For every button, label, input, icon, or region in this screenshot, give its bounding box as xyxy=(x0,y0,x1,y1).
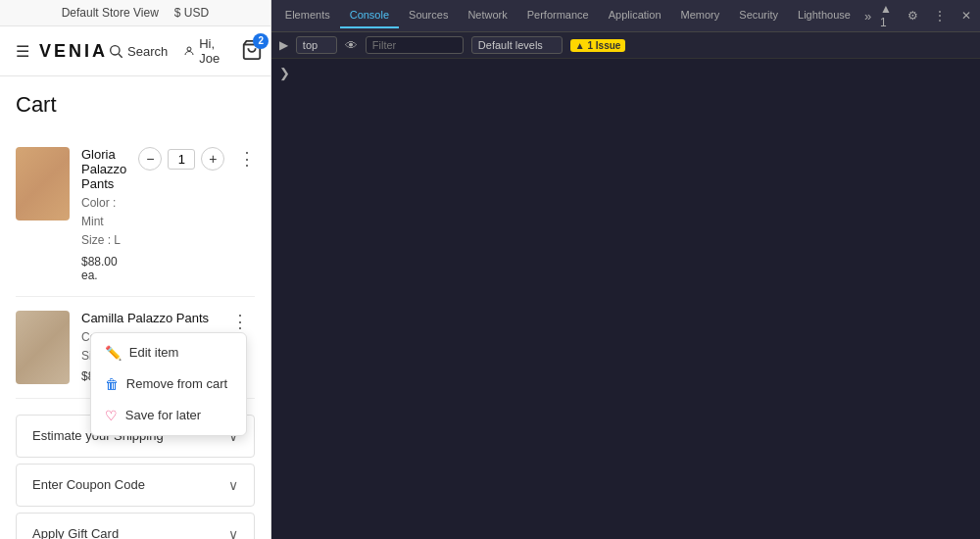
devtools-tab-network[interactable]: Network xyxy=(458,3,516,28)
accordion-gift-card-label: Apply Gift Card xyxy=(32,526,119,539)
store-main: Cart Gloria Palazzo Pants Color : Mint S… xyxy=(0,76,270,539)
item-more-btn-1[interactable]: ⋮ xyxy=(232,148,262,170)
devtools-console-arrow[interactable]: ❯ xyxy=(279,66,290,80)
svg-line-1 xyxy=(119,54,122,58)
devtools-levels-select[interactable]: Default levels xyxy=(471,36,563,54)
item-more-btn-2[interactable]: ⋮ xyxy=(225,311,255,332)
item-image-1 xyxy=(16,147,70,220)
user-label: Hi, Joe xyxy=(199,36,225,66)
save-for-later-btn[interactable]: ♡ Save for later xyxy=(91,400,246,431)
accordion-gift-card: Apply Gift Card ∨ xyxy=(16,513,255,539)
store-header: ☰ VENIA Search Hi, Joe 2 xyxy=(0,26,270,76)
header-right: Search Hi, Joe 2 xyxy=(108,36,263,66)
accordion-coupon-chevron: ∨ xyxy=(228,477,238,493)
svg-point-2 xyxy=(187,47,191,51)
remove-label: Remove from cart xyxy=(126,376,227,391)
svg-point-0 xyxy=(111,46,120,55)
hamburger-icon[interactable]: ☰ xyxy=(16,42,29,61)
devtools-tab-lighthouse[interactable]: Lighthouse xyxy=(788,3,860,28)
context-menu: ✏️ Edit item 🗑 Remove from cart ♡ Save f… xyxy=(90,332,247,436)
qty-value-1: 1 xyxy=(168,149,195,170)
search-label: Search xyxy=(127,44,168,59)
edit-item-btn[interactable]: ✏️ Edit item xyxy=(91,337,246,368)
devtools-tab-memory[interactable]: Memory xyxy=(671,3,730,28)
header-left: ☰ VENIA xyxy=(16,41,108,62)
devtools-close-icon[interactable]: ✕ xyxy=(956,7,976,24)
heart-icon: ♡ xyxy=(105,408,118,423)
remove-item-btn[interactable]: 🗑 Remove from cart xyxy=(91,368,246,400)
qty-decrease-1[interactable]: − xyxy=(138,147,162,171)
edit-icon: ✏️ xyxy=(105,345,122,361)
save-label: Save for later xyxy=(125,408,201,422)
item-info-1: Gloria Palazzo Pants Color : Mint Size :… xyxy=(81,147,126,282)
qty-increase-1[interactable]: + xyxy=(201,147,224,171)
cart-title: Cart xyxy=(16,92,255,118)
cart-item-2: Camilla Palazzo Pants Color : Rain Size … xyxy=(16,297,255,399)
accordion-gift-card-header[interactable]: Apply Gift Card ∨ xyxy=(17,514,254,539)
devtools-tab-performance[interactable]: Performance xyxy=(517,3,599,28)
brand-logo: VENIA xyxy=(39,41,108,62)
remove-icon: 🗑 xyxy=(105,376,119,392)
item-color-1: Color : Mint xyxy=(81,194,126,231)
devtools-expand-btn[interactable]: ▶ xyxy=(279,38,288,52)
devtools-eye-icon[interactable]: 👁 xyxy=(345,38,358,53)
store-view-label: Default Store View xyxy=(62,6,159,20)
accordion-coupon: Enter Coupon Code ∨ xyxy=(16,464,255,507)
store-topbar: Default Store View $ USD xyxy=(0,0,270,26)
item-name-1: Gloria Palazzo Pants xyxy=(81,147,126,191)
devtools-issue-counter[interactable]: ▲ 1 xyxy=(875,0,897,31)
item-actions-1: − 1 + ⋮ xyxy=(138,147,262,171)
devtools-tab-security[interactable]: Security xyxy=(729,3,788,28)
devtools-tab-elements[interactable]: Elements xyxy=(275,3,340,28)
user-icon xyxy=(183,42,195,60)
cart-badge: 2 xyxy=(253,33,269,49)
currency-label: $ USD xyxy=(174,6,209,20)
app-panel: Default Store View $ USD ☰ VENIA Search … xyxy=(0,0,271,539)
devtools-issue-badge[interactable]: ▲ 1 Issue xyxy=(570,39,626,52)
devtools-panel: Elements Console Sources Network Perform… xyxy=(271,0,980,539)
devtools-tab-controls: ▲ 1 ⚙ ⋮ ✕ xyxy=(875,0,976,31)
user-button[interactable]: Hi, Joe xyxy=(183,36,225,66)
devtools-tab-sources[interactable]: Sources xyxy=(399,3,458,28)
devtools-content: ❯ xyxy=(271,59,980,539)
devtools-toolbar: ▶ top 👁 Default levels ▲ 1 Issue xyxy=(271,32,980,59)
devtools-tabs: Elements Console Sources Network Perform… xyxy=(271,0,980,32)
devtools-settings-icon[interactable]: ⚙ xyxy=(903,7,923,24)
devtools-tab-console[interactable]: Console xyxy=(340,3,399,28)
accordion-gift-card-chevron: ∨ xyxy=(228,526,238,539)
accordion-coupon-header[interactable]: Enter Coupon Code ∨ xyxy=(17,465,254,506)
item-size-1: Size : L xyxy=(81,231,126,250)
devtools-vertical-dots-icon[interactable]: ⋮ xyxy=(929,7,951,24)
item-price-1: $88.00 ea. xyxy=(81,255,126,282)
search-icon xyxy=(108,43,123,59)
devtools-context-select[interactable]: top xyxy=(296,36,337,54)
item-image-placeholder-1 xyxy=(16,147,70,220)
item-image-2 xyxy=(16,311,70,384)
cart-button[interactable]: 2 xyxy=(241,39,263,64)
search-button[interactable]: Search xyxy=(108,43,168,59)
devtools-tab-overflow-btn[interactable]: » xyxy=(860,3,875,29)
cart-item-1: Gloria Palazzo Pants Color : Mint Size :… xyxy=(16,133,255,297)
devtools-filter-input[interactable] xyxy=(366,36,464,54)
accordion-coupon-label: Enter Coupon Code xyxy=(32,477,145,492)
qty-control-1: − 1 + xyxy=(138,147,224,171)
item-image-placeholder-2 xyxy=(16,311,70,384)
devtools-tab-application[interactable]: Application xyxy=(599,3,671,28)
edit-label: Edit item xyxy=(129,345,179,360)
